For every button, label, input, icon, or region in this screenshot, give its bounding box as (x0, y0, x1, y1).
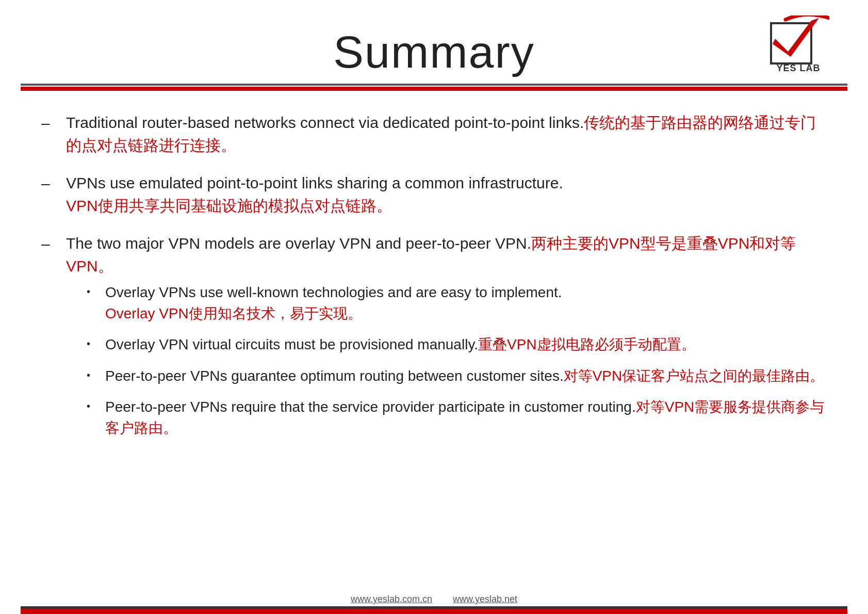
dash-1: – (41, 112, 62, 135)
sub-dot-2: • (87, 336, 101, 351)
sub-item-2: • Overlay VPN virtual circuits must be p… (87, 334, 827, 356)
sub-text-2: Overlay VPN virtual circuits must be pro… (105, 334, 827, 356)
bullet-item-1: – Traditional router-based networks conn… (41, 111, 827, 156)
sub-text-1-red: Overlay VPN使用知名技术，易于实现。 (105, 305, 362, 321)
sub-item-1: • Overlay VPNs use well-known technologi… (87, 282, 827, 324)
sub-bullet-list: • Overlay VPNs use well-known technologi… (87, 282, 827, 439)
sub-text-4-red: 对等VPN需要服务提供商参与客户路由。 (105, 399, 824, 436)
footer-link-2: www.yeslab.net (453, 594, 517, 605)
footer-link-1: www.yeslab.com.cn (351, 594, 432, 605)
bullet-text-2-red: VPN使用共享共同基础设施的模拟点对点链路。 (66, 197, 392, 214)
sub-text-1: Overlay VPNs use well-known technologies… (105, 282, 827, 324)
content-area: – Traditional router-based networks conn… (0, 91, 868, 475)
footer: www.yeslab.com.cn www.yeslab.net (0, 594, 868, 605)
sub-dot-1: • (87, 284, 101, 299)
bullet-text-1-red: 传统的基于路由器的网络通过专门的点对点链路进行连接。 (66, 114, 816, 154)
page-title: Summary (333, 26, 535, 78)
logo-graphic (770, 15, 827, 62)
top-divider (21, 84, 847, 86)
bullet-text-3-red: 两种主要的VPN型号是重叠VPN和对等VPN。 (66, 235, 796, 274)
logo-text: YES LAB (776, 63, 820, 74)
checkmark-icon (770, 15, 829, 64)
sub-text-3: Peer-to-peer VPNs guarantee optimum rout… (105, 366, 827, 387)
sub-item-4: • Peer-to-peer VPNs require that the ser… (87, 397, 827, 439)
dash-3: – (41, 233, 62, 255)
sub-text-2-red: 重叠VPN虚拟电路必须手动配置。 (478, 336, 696, 352)
logo: YES LAB (770, 15, 827, 74)
sub-text-4: Peer-to-peer VPNs require that the servi… (105, 397, 827, 439)
footer-bar-red (21, 609, 847, 614)
bullet-item-2: – VPNs use emulated point-to-point links… (41, 172, 827, 217)
sub-dot-4: • (87, 399, 101, 414)
sub-text-3-red: 对等VPN保证客户站点之间的最佳路由。 (564, 368, 825, 384)
slide: Summary YES LAB – (0, 0, 868, 614)
sub-item-3: • Peer-to-peer VPNs guarantee optimum ro… (87, 366, 827, 387)
bullet-text-1: Traditional router-based networks connec… (66, 111, 827, 156)
main-bullet-list: – Traditional router-based networks conn… (41, 111, 827, 449)
bullet-text-2: VPNs use emulated point-to-point links s… (66, 172, 827, 217)
bullet-text-3: The two major VPN models are overlay VPN… (66, 232, 827, 449)
sub-dot-3: • (87, 368, 101, 383)
header: Summary YES LAB (0, 0, 868, 84)
bullet-item-3: – The two major VPN models are overlay V… (41, 232, 827, 449)
dash-2: – (41, 172, 62, 195)
red-divider (21, 87, 847, 91)
